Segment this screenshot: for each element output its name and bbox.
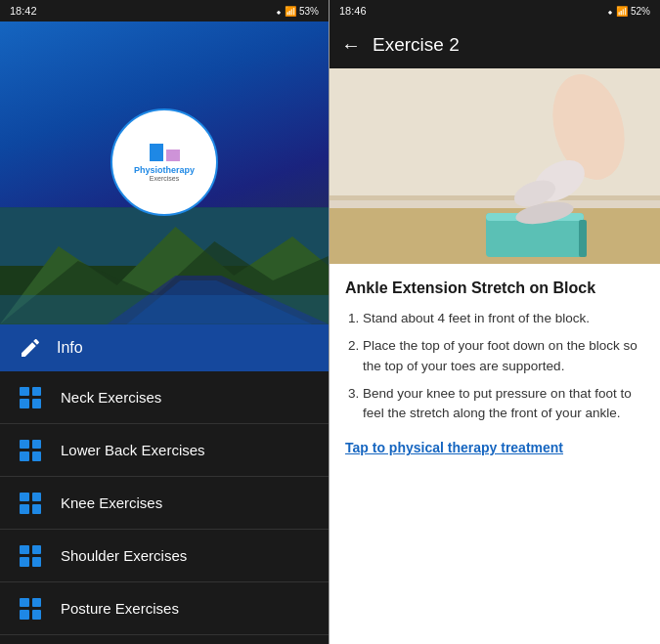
back-button[interactable]: ← (341, 34, 361, 57)
status-icons-right: ⬥ 📶 52% (607, 6, 650, 17)
logo-sub-text: Exercises (150, 175, 179, 182)
neck-icon (16, 383, 45, 412)
logo-circle: Physiotherapy Exercises (110, 108, 218, 216)
step-3: Bend your knee to put pressure on that f… (363, 384, 644, 424)
phone-right: 18:46 ⬥ 📶 52% ← Exercise 2 (330, 0, 660, 644)
posture-label: Posture Exercises (61, 600, 179, 617)
knee-label: Knee Exercises (61, 494, 162, 511)
status-bar-left: 18:42 ⬥ 📶 53% (0, 0, 329, 21)
posture-icon (16, 594, 45, 623)
info-label: Info (57, 339, 83, 357)
status-icons-left: ⬥ 📶 53% (276, 6, 319, 17)
logo-main-text: Physiotherapy (134, 165, 195, 175)
neck-label: Neck Exercises (61, 389, 161, 406)
step-1: Stand about 4 feet in front of the block… (363, 309, 644, 328)
logo-boxes (150, 144, 180, 161)
svg-rect-13 (579, 220, 587, 257)
exercise-steps: Stand about 4 feet in front of the block… (345, 309, 644, 423)
knee-icon (16, 489, 45, 518)
lower-back-icon (16, 436, 45, 465)
time-left: 18:42 (10, 5, 37, 17)
info-bar[interactable]: Info (0, 324, 329, 371)
edit-icon (16, 333, 45, 363)
shoulder-icon (16, 541, 45, 571)
menu-item-shoulder[interactable]: Shoulder Exercises (0, 530, 329, 582)
status-bar-right: 18:46 ⬥ 📶 52% (330, 0, 660, 21)
menu-item-posture[interactable]: Posture Exercises (0, 582, 329, 635)
logo-box-pink (166, 150, 180, 161)
menu-list: Neck Exercises Lower Back Exercises (0, 371, 329, 644)
lower-back-label: Lower Back Exercises (61, 442, 205, 458)
exercise-image (330, 68, 660, 264)
step-2: Place the top of your foot down on the b… (363, 336, 644, 376)
shoulder-label: Shoulder Exercises (61, 547, 187, 564)
therapy-link[interactable]: Tap to physical therapy treatment (345, 440, 563, 455)
logo-box-blue (150, 144, 163, 161)
hero-section: Physiotherapy Exercises (0, 21, 329, 324)
menu-item-neck[interactable]: Neck Exercises (0, 371, 329, 424)
page-title: Exercise 2 (373, 34, 460, 56)
mountain-illustration (0, 207, 329, 324)
svg-rect-10 (330, 200, 660, 208)
time-right: 18:46 (339, 5, 367, 17)
menu-item-knee[interactable]: Knee Exercises (0, 477, 329, 530)
svg-rect-6 (0, 295, 329, 324)
app-header: ← Exercise 2 (330, 21, 660, 68)
menu-item-lower-back[interactable]: Lower Back Exercises (0, 424, 329, 477)
exercise-title: Ankle Extension Stretch on Block (345, 279, 644, 297)
phone-left: 18:42 ⬥ 📶 53% (0, 0, 330, 644)
exercise-content: Ankle Extension Stretch on Block Stand a… (330, 264, 660, 644)
